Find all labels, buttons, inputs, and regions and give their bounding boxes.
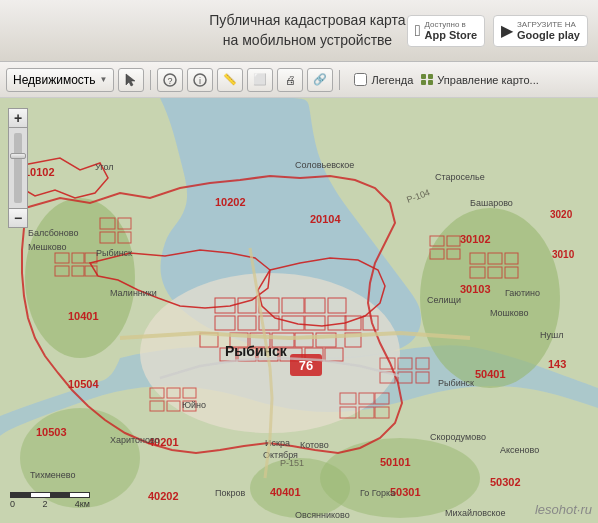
separator xyxy=(150,70,151,90)
scalebar-segment-3 xyxy=(50,493,70,497)
scalebar-labels: 0 2 4км xyxy=(10,499,90,509)
svg-text:Гаютино: Гаютино xyxy=(505,288,540,298)
svg-text:Мешково: Мешково xyxy=(28,242,67,252)
svg-text:30103: 30103 xyxy=(460,283,491,295)
svg-marker-0 xyxy=(126,74,135,86)
svg-text:50302: 50302 xyxy=(490,476,521,488)
scalebar-label-0: 0 xyxy=(10,499,15,509)
scalebar-bar xyxy=(10,492,90,498)
header-title-line1: Публичная кадастровая карта xyxy=(208,11,406,31)
svg-text:10503: 10503 xyxy=(36,426,67,438)
header-title: Публичная кадастровая карта на мобильном… xyxy=(208,11,406,50)
manage-label: Управление карто... xyxy=(437,74,538,86)
svg-text:i: i xyxy=(199,76,201,86)
question-tool-button[interactable]: ? xyxy=(157,68,183,92)
svg-text:10401: 10401 xyxy=(68,310,99,322)
svg-text:10102: 10102 xyxy=(24,166,55,178)
svg-text:Овсянниково: Овсянниково xyxy=(295,510,350,520)
svg-text:Угол: Угол xyxy=(95,162,113,172)
svg-text:40202: 40202 xyxy=(148,490,179,502)
svg-text:Юйно: Юйно xyxy=(182,400,206,410)
svg-text:40401: 40401 xyxy=(270,486,301,498)
appstore-name: App Store xyxy=(424,29,477,41)
svg-text:?: ? xyxy=(168,76,173,86)
svg-text:Соловьевское: Соловьевское xyxy=(295,160,354,170)
area-tool-button[interactable]: ⬜ xyxy=(247,68,273,92)
info-tool-button[interactable]: i xyxy=(187,68,213,92)
toolbar: Недвижимость ▼ ? i 📏 ⬜ 🖨 🔗 Легенда Управ… xyxy=(0,62,598,98)
map-svg: 10102 10202 20104 30102 30103 3020 3010 … xyxy=(0,98,598,523)
svg-text:20104: 20104 xyxy=(310,213,341,225)
zoom-slider[interactable] xyxy=(8,128,28,208)
header-title-line2: на мобильном устройстве xyxy=(208,31,406,51)
header: Публичная кадастровая карта на мобильном… xyxy=(0,0,598,62)
svg-text:Покров: Покров xyxy=(215,488,245,498)
svg-text:Башарово: Башарово xyxy=(470,198,513,208)
svg-text:Скородумово: Скородумово xyxy=(430,432,486,442)
svg-text:Селищи: Селищи xyxy=(427,295,461,305)
svg-text:143: 143 xyxy=(548,358,566,370)
googleplay-sublabel: ЗАГРУЗИТЕ НА xyxy=(517,20,580,29)
svg-text:3020: 3020 xyxy=(550,209,573,220)
googleplay-badge[interactable]: ▶ ЗАГРУЗИТЕ НА Google play xyxy=(493,15,588,47)
svg-text:Рыбинск: Рыбинск xyxy=(225,343,288,359)
play-icon: ▶ xyxy=(501,21,513,40)
svg-text:10504: 10504 xyxy=(68,378,99,390)
zoom-handle[interactable] xyxy=(10,153,26,159)
manage-icon xyxy=(421,74,433,85)
svg-text:Рыбинск: Рыбинск xyxy=(96,248,132,258)
property-select[interactable]: Недвижимость ▼ xyxy=(6,68,114,92)
zoom-in-button[interactable]: + xyxy=(8,108,28,128)
svg-text:Го Горка: Го Горка xyxy=(360,488,395,498)
print-tool-button[interactable]: 🖨 xyxy=(277,68,303,92)
separator2 xyxy=(339,70,340,90)
manage-map-button[interactable]: Управление карто... xyxy=(421,74,538,86)
svg-text:50401: 50401 xyxy=(475,368,506,380)
property-label: Недвижимость xyxy=(13,73,96,87)
scalebar-segment-4 xyxy=(70,493,90,497)
info-icon: i xyxy=(193,73,207,87)
svg-text:Балсбоново: Балсбоново xyxy=(28,228,78,238)
svg-text:3010: 3010 xyxy=(552,249,575,260)
googleplay-name: Google play xyxy=(517,29,580,41)
scalebar-label-2: 2 xyxy=(42,499,47,509)
watermark: lesohot·ru xyxy=(535,502,592,517)
zoom-slider-track xyxy=(14,133,22,203)
svg-text:Мошково: Мошково xyxy=(490,308,529,318)
svg-text:30102: 30102 xyxy=(460,233,491,245)
svg-text:Рыбинск: Рыбинск xyxy=(438,378,474,388)
cursor-icon xyxy=(124,73,138,87)
appstore-badge[interactable]:  Доступно в App Store xyxy=(407,15,485,47)
svg-text:Малинники: Малинники xyxy=(110,288,157,298)
legend-checkbox[interactable] xyxy=(354,73,367,86)
apple-icon:  xyxy=(415,22,421,40)
map-area[interactable]: 10102 10202 20104 30102 30103 3020 3010 … xyxy=(0,98,598,523)
dropdown-arrow-icon: ▼ xyxy=(100,75,108,84)
appstore-sublabel: Доступно в xyxy=(424,20,477,29)
svg-text:Старосельe: Старосельe xyxy=(435,172,485,182)
svg-text:Аксеново: Аксеново xyxy=(500,445,539,455)
ruler-tool-button[interactable]: 📏 xyxy=(217,68,243,92)
svg-text:Тихменево: Тихменево xyxy=(30,470,75,480)
svg-text:10202: 10202 xyxy=(215,196,246,208)
svg-text:50101: 50101 xyxy=(380,456,411,468)
question-icon: ? xyxy=(163,73,177,87)
scalebar-label-4km: 4км xyxy=(75,499,90,509)
link-tool-button[interactable]: 🔗 xyxy=(307,68,333,92)
zoom-out-button[interactable]: − xyxy=(8,208,28,228)
svg-text:Харитоново: Харитоново xyxy=(110,435,160,445)
svg-text:Котово: Котово xyxy=(300,440,329,450)
app-container: Публичная кадастровая карта на мобильном… xyxy=(0,0,598,523)
svg-text:Михайловское: Михайловское xyxy=(445,508,506,518)
legend-checkbox-label[interactable]: Легенда xyxy=(354,73,413,86)
scalebar-line: 0 2 4км xyxy=(10,492,90,509)
cursor-tool-button[interactable] xyxy=(118,68,144,92)
svg-text:Р-151: Р-151 xyxy=(280,458,304,468)
svg-text:Нушл: Нушл xyxy=(540,330,563,340)
zoom-controls: + − xyxy=(8,108,28,228)
scalebar-segment-1 xyxy=(11,493,31,497)
scalebar: 0 2 4км xyxy=(10,492,90,509)
header-badges:  Доступно в App Store ▶ ЗАГРУЗИТЕ НА Go… xyxy=(407,15,588,47)
scalebar-segment-2 xyxy=(31,493,51,497)
legend-label: Легенда xyxy=(371,74,413,86)
